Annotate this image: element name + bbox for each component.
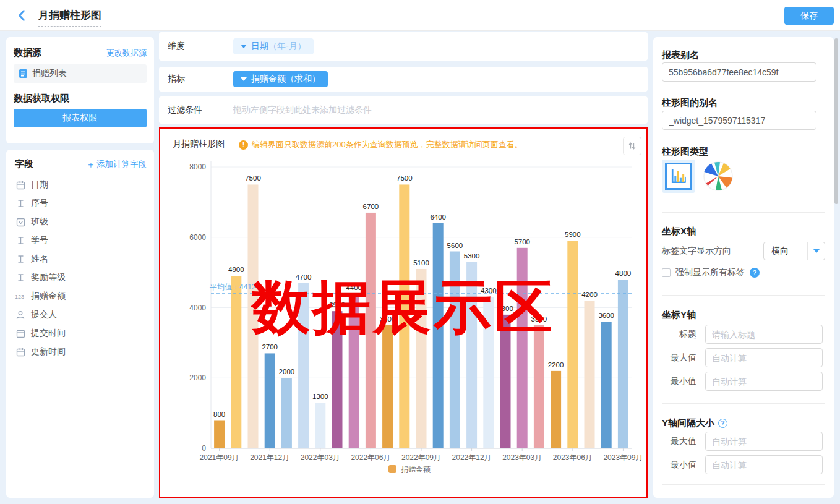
chart-bar-2023年01月[interactable] bbox=[483, 297, 494, 448]
chart-bar-2021年11月[interactable] bbox=[248, 184, 259, 448]
add-calc-field-link[interactable]: ＋添加计算字段 bbox=[86, 159, 147, 170]
report-alias-input[interactable] bbox=[662, 62, 816, 82]
plus-icon: ＋ bbox=[86, 160, 95, 169]
filter-row[interactable]: 过滤条件 拖动左侧字段到此处来添加过滤条件 bbox=[159, 96, 648, 124]
dimension-row: 维度 日期（年-月） bbox=[159, 32, 648, 61]
document-icon bbox=[19, 69, 28, 79]
calendar-icon bbox=[15, 329, 26, 338]
field-item-更新时间[interactable]: 更新时间 bbox=[15, 343, 148, 361]
chart-bar-2021年12月[interactable] bbox=[265, 353, 275, 448]
yaxis-max-label: 最大值 bbox=[662, 352, 696, 364]
help-icon[interactable]: ? bbox=[718, 419, 727, 428]
bar-value-label: 5100 bbox=[413, 259, 429, 267]
datasource-title: 数据源 bbox=[14, 47, 41, 59]
field-item-序号[interactable]: 序号 bbox=[15, 194, 148, 213]
chart-alias-input[interactable] bbox=[662, 111, 816, 130]
chart-bar-2022年10月[interactable] bbox=[433, 223, 444, 448]
x-tick-label: 2023年06月 bbox=[553, 453, 593, 462]
back-button[interactable] bbox=[15, 8, 30, 23]
field-item-提交时间[interactable]: 提交时间 bbox=[15, 324, 148, 343]
legend-label[interactable]: 捐赠金额 bbox=[401, 465, 431, 474]
field-item-姓名[interactable]: 姓名 bbox=[15, 250, 148, 268]
dimension-label: 维度 bbox=[159, 41, 233, 52]
yaxis-min-label: 最小值 bbox=[662, 376, 696, 387]
yaxis-min-input[interactable] bbox=[705, 372, 823, 391]
chart-bar-2022年06月[interactable] bbox=[366, 213, 376, 448]
dimension-pill[interactable]: 日期（年-月） bbox=[233, 38, 314, 54]
chart-bar-2022年12月[interactable] bbox=[466, 262, 477, 448]
chart-bar-2023年05月[interactable] bbox=[551, 371, 561, 448]
chart-bar-2023年02月[interactable] bbox=[500, 315, 511, 448]
chart-bar-2022年02月[interactable] bbox=[298, 283, 309, 448]
bar-chart: 0200040006000800080049007500270020004700… bbox=[160, 129, 646, 497]
chart-bar-2022年03月[interactable] bbox=[315, 403, 325, 448]
yinterval-max-input[interactable] bbox=[705, 432, 823, 451]
x-tick-label: 2022年12月 bbox=[452, 453, 492, 462]
bar-chart-type-icon bbox=[669, 166, 688, 186]
field-item-日期[interactable]: 日期 bbox=[15, 176, 148, 194]
field-item-提交人[interactable]: 提交人 bbox=[15, 305, 148, 324]
divider bbox=[662, 212, 825, 213]
settings-panel: 报表别名 柱形图的别名 柱形图类型 bbox=[653, 37, 834, 498]
chart-bar-2022年01月[interactable] bbox=[281, 378, 292, 448]
text-icon bbox=[15, 199, 26, 208]
yinterval-max-label: 最大值 bbox=[662, 436, 696, 447]
chart-bar-2022年04月[interactable] bbox=[332, 311, 343, 448]
scrollbar[interactable] bbox=[834, 38, 838, 204]
chart-bar-2022年09月[interactable] bbox=[416, 269, 427, 448]
bar-value-label: 5600 bbox=[447, 242, 463, 249]
chart-bar-2022年07月[interactable] bbox=[382, 325, 393, 448]
field-item-学号[interactable]: 学号 bbox=[15, 231, 148, 250]
bar-value-label: 2000 bbox=[279, 368, 295, 375]
change-datasource-link[interactable]: 更改数据源 bbox=[106, 48, 147, 59]
bar-value-label: 4900 bbox=[228, 266, 244, 273]
field-item-捐赠金额[interactable]: 123捐赠金额 bbox=[15, 287, 148, 305]
force-labels-label: 强制显示所有标签 bbox=[675, 267, 745, 278]
yaxis-name-label: 标题 bbox=[662, 329, 696, 340]
bar-value-label: 4700 bbox=[296, 273, 312, 281]
bar-value-label: 1300 bbox=[312, 393, 328, 400]
label-direction-select[interactable]: 横向 bbox=[763, 242, 825, 260]
force-labels-checkbox[interactable] bbox=[662, 268, 671, 277]
chart-bar-2022年11月[interactable] bbox=[450, 252, 460, 449]
yinterval-min-input[interactable] bbox=[705, 455, 823, 474]
chart-bar-2022年05月[interactable] bbox=[349, 294, 359, 448]
datasource-item[interactable]: 捐赠列表 bbox=[14, 64, 147, 83]
divider bbox=[662, 403, 825, 404]
bar-value-label: 5900 bbox=[565, 231, 581, 238]
field-item-班级[interactable]: 班级 bbox=[15, 213, 148, 231]
calendar-icon bbox=[15, 181, 26, 190]
bar-value-label: 3900 bbox=[329, 301, 345, 309]
page-title: 月捐赠柱形图 bbox=[38, 8, 101, 27]
x-tick-label: 2022年06月 bbox=[351, 453, 390, 462]
yaxis-max-input[interactable] bbox=[705, 348, 823, 367]
chart-type-title: 柱形图类型 bbox=[662, 146, 825, 158]
chart-type-bar-option[interactable] bbox=[662, 160, 695, 193]
field-list: 日期序号班级学号姓名奖励等级123捐赠金额提交人提交时间更新时间 bbox=[15, 176, 148, 361]
chart-bar-2021年09月[interactable] bbox=[214, 421, 225, 449]
yaxis-name-input[interactable] bbox=[705, 325, 823, 344]
x-tick-label: 2021年09月 bbox=[200, 453, 239, 462]
chart-bar-2023年07月[interactable] bbox=[585, 301, 595, 448]
save-button[interactable]: 保存 bbox=[784, 7, 834, 25]
chart-bar-2022年08月[interactable] bbox=[399, 184, 409, 448]
y-tick-label: 0 bbox=[202, 444, 206, 453]
field-item-奖励等级[interactable]: 奖励等级 bbox=[15, 268, 148, 287]
filter-label: 过滤条件 bbox=[159, 105, 233, 116]
calendar-icon bbox=[15, 348, 26, 357]
chart-type-pie-option[interactable] bbox=[701, 160, 735, 193]
divider bbox=[662, 295, 825, 296]
datasource-name: 捐赠列表 bbox=[32, 68, 67, 79]
chart-bar-2023年03月[interactable] bbox=[517, 248, 528, 448]
chart-bar-2023年04月[interactable] bbox=[534, 325, 544, 448]
report-permission-button[interactable]: 报表权限 bbox=[14, 109, 147, 127]
chart-bar-2023年06月[interactable] bbox=[567, 241, 578, 448]
bar-value-label: 4300 bbox=[481, 287, 497, 294]
bar-value-label: 4800 bbox=[615, 270, 632, 277]
chart-bar-2023年09月[interactable] bbox=[618, 280, 628, 448]
metric-pill[interactable]: 捐赠金额（求和） bbox=[233, 71, 328, 87]
legend-swatch[interactable] bbox=[388, 465, 396, 473]
help-icon[interactable]: ? bbox=[750, 268, 760, 278]
chart-bar-2021年10月[interactable] bbox=[231, 276, 241, 448]
chart-bar-2023年08月[interactable] bbox=[601, 322, 612, 448]
